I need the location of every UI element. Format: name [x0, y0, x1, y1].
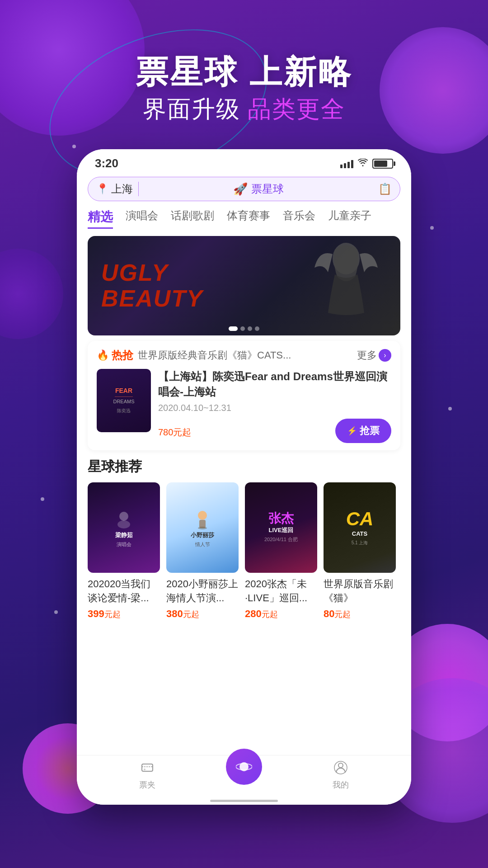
bg-dot	[72, 145, 76, 148]
nav-item-tickets[interactable]: 票夹	[139, 761, 155, 790]
banner-dot-1	[229, 326, 238, 331]
status-time: 3:20	[95, 156, 118, 170]
bg-dot	[54, 610, 58, 614]
brand-label: 票星球	[251, 182, 284, 196]
svg-point-3	[198, 511, 207, 520]
tab-kids[interactable]: 儿童亲子	[328, 208, 371, 229]
ranking-item-2-name: 2020小野丽莎上海情人节演...	[166, 577, 239, 605]
nav-item-profile[interactable]: 我的	[333, 761, 349, 790]
hot-section: 🔥 热抢 世界原版经典音乐剧《猫》CATS... 更多 › FEAR DREAM…	[88, 341, 400, 450]
status-bar: 3:20	[77, 149, 411, 174]
home-indicator	[210, 800, 278, 802]
ranking-list: 梁静茹 演唱会 202020当我们谈论爱情-梁... 399元起	[88, 482, 400, 620]
price-unit: 元起	[173, 427, 191, 437]
tab-concerts[interactable]: 演唱会	[126, 208, 158, 229]
category-tabs: 精选 演唱会 话剧歌剧 体育赛事 音乐会 儿童亲子	[77, 201, 411, 232]
ranking-item-3-price: 280元起	[245, 608, 317, 620]
location-pin-icon: 📍	[96, 183, 108, 195]
hot-more-label: 更多	[357, 349, 377, 362]
ranking-item-4[interactable]: CA CATS 5.1 上海 世界原版音乐剧《猫》 80元起	[324, 482, 396, 620]
profile-nav-label: 我的	[333, 779, 349, 790]
tab-featured[interactable]: 精选	[88, 208, 113, 229]
header-section: 票星球 上新略 界面升级 品类更全	[0, 54, 488, 125]
hot-card: FEAR DREAMS 陈奕迅 【上海站】陈奕迅Fear and Dreams世…	[97, 369, 391, 443]
ranking-item-3[interactable]: 张杰 LIVE巡回 2020/4/11 合肥 2020张杰「未·LIVE」巡回.…	[245, 482, 317, 620]
hot-card-title: 【上海站】陈奕迅Fear and Dreams世界巡回演唱会-上海站	[158, 369, 391, 399]
signal-icon	[340, 159, 353, 168]
header-subtitle-part2: 品类更全	[248, 96, 345, 122]
hot-header: 🔥 热抢 世界原版经典音乐剧《猫》CATS... 更多 ›	[97, 348, 391, 363]
tickets-nav-label: 票夹	[139, 779, 155, 790]
bottom-nav: 票夹 我的	[77, 755, 411, 805]
bg-dot	[448, 407, 452, 410]
ranking-item-3-name: 2020张杰「未·LIVE」巡回...	[245, 577, 317, 605]
tab-sports[interactable]: 体育赛事	[227, 208, 270, 229]
ranking-card-img-4: CA CATS 5.1 上海	[324, 482, 396, 573]
ranking-title: 星球推荐	[88, 458, 400, 476]
svg-point-2	[117, 520, 130, 528]
header-subtitle-part1: 界面升级	[143, 96, 240, 122]
flame-icon: 🔥	[97, 349, 109, 361]
profile-icon	[334, 761, 347, 778]
hot-description: 世界原版经典音乐剧《猫》CATS...	[138, 349, 352, 362]
banner-figure	[301, 236, 391, 335]
svg-point-10	[338, 763, 343, 768]
status-icons	[340, 158, 393, 170]
brand-logo-icon: 🚀	[233, 182, 248, 196]
hot-card-date: 2020.04.10~12.31	[158, 403, 391, 413]
tab-drama[interactable]: 话剧歌剧	[171, 208, 214, 229]
ranking-item-4-price: 80元起	[324, 608, 396, 620]
banner-text-ugly: UGLY	[101, 260, 203, 286]
banner-pagination	[229, 326, 259, 331]
home-planet-button[interactable]	[226, 749, 262, 785]
ranking-item-1[interactable]: 梁静茹 演唱会 202020当我们谈论爱情-梁... 399元起	[88, 482, 160, 620]
bg-dot	[41, 497, 44, 501]
hot-more-button[interactable]: 更多 ›	[357, 349, 391, 362]
nav-item-home[interactable]	[226, 767, 262, 785]
banner-container[interactable]: UGLY BEAUTY	[88, 236, 400, 335]
hot-card-info: 【上海站】陈奕迅Fear and Dreams世界巡回演唱会-上海站 2020.…	[158, 369, 391, 443]
phone-mockup: 3:20	[77, 149, 411, 805]
buy-btn-label: 抢票	[360, 424, 380, 438]
banner-dot-2	[240, 326, 245, 331]
ranking-card-img-3: 张杰 LIVE巡回 2020/4/11 合肥	[245, 482, 317, 573]
ranking-item-2-price: 380元起	[166, 608, 239, 620]
bg-decoration-circle-3	[0, 249, 63, 339]
ranking-card-img-2: 小野丽莎 情人节	[166, 482, 239, 573]
hot-card-price: 780元起	[158, 423, 191, 439]
header-title: 票星球 上新略	[0, 54, 488, 90]
lightning-icon: ⚡	[347, 426, 357, 436]
banner-image: UGLY BEAUTY	[88, 236, 400, 335]
svg-rect-6	[142, 764, 153, 771]
search-location[interactable]: 📍 上海	[96, 182, 139, 196]
search-brand[interactable]: 🚀 票星球	[144, 182, 373, 196]
svg-point-7	[144, 769, 145, 770]
price-value: 780	[158, 427, 173, 437]
banner-text-beauty: BEAUTY	[101, 286, 203, 311]
banner-dot-4	[255, 326, 259, 331]
header-subtitle: 界面升级 品类更全	[0, 94, 488, 125]
battery-icon	[372, 159, 393, 169]
ranking-item-1-name: 202020当我们谈论爱情-梁...	[88, 577, 160, 605]
ticket-icon	[141, 761, 154, 778]
location-label: 上海	[111, 182, 133, 196]
hot-card-image: FEAR DREAMS 陈奕迅	[97, 369, 151, 432]
search-bar[interactable]: 📍 上海 🚀 票星球 📋	[88, 177, 400, 201]
svg-point-5	[198, 527, 207, 529]
bottom-spacer	[77, 623, 411, 678]
hot-badge-label: 热抢	[112, 348, 133, 363]
banner-dot-3	[248, 326, 252, 331]
buy-ticket-button[interactable]: ⚡ 抢票	[335, 419, 391, 443]
tab-music[interactable]: 音乐会	[283, 208, 315, 229]
ranking-card-img-1: 梁静茹 演唱会	[88, 482, 160, 573]
ranking-item-1-price: 399元起	[88, 608, 160, 620]
ranking-item-2[interactable]: 小野丽莎 情人节 2020小野丽莎上海情人节演... 380元起	[166, 482, 239, 620]
phone-content[interactable]: 📍 上海 🚀 票星球 📋 精选 演唱会 话剧歌剧 体育赛事 音乐会 儿童亲子 U…	[77, 174, 411, 780]
bg-dot	[430, 226, 434, 230]
arrow-right-icon: ›	[379, 349, 391, 362]
camera-icon[interactable]: 📋	[378, 183, 392, 195]
ranking-section: 星球推荐 梁静茹 演唱会 202020当我们谈论	[88, 458, 400, 620]
hot-badge: 🔥 热抢	[97, 348, 133, 363]
hot-card-footer: 780元起 ⚡ 抢票	[158, 419, 391, 443]
ranking-item-4-name: 世界原版音乐剧《猫》	[324, 577, 396, 605]
